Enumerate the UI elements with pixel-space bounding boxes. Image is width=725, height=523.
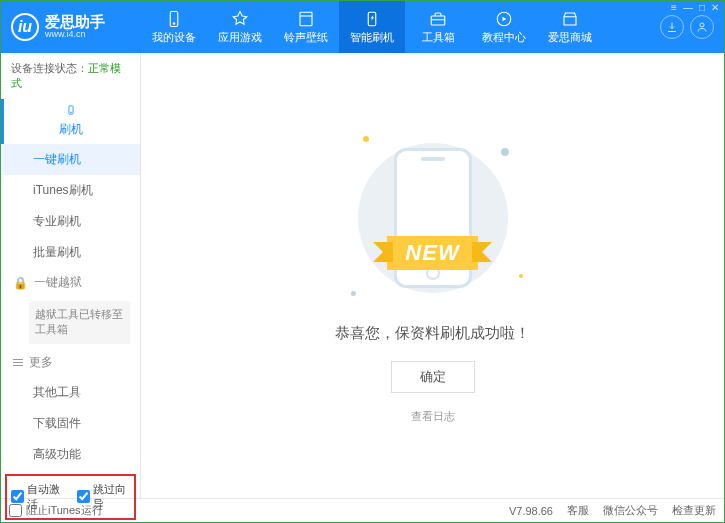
connection-status: 设备连接状态：正常模式 (1, 53, 140, 99)
sidebar-section-more[interactable]: 更多 (1, 348, 140, 377)
update-link[interactable]: 检查更新 (672, 503, 716, 518)
nav-apps[interactable]: 应用游戏 (207, 1, 273, 53)
sidebar-item-more-2[interactable]: 高级功能 (1, 439, 140, 470)
sidebar-item-flash-1[interactable]: iTunes刷机 (1, 175, 140, 206)
settings-icon[interactable]: ≡ (671, 2, 677, 13)
logo-icon: iu (11, 13, 39, 41)
toolbox-icon (429, 10, 447, 28)
main-content: NEW 恭喜您，保资料刷机成功啦！ 确定 查看日志 (141, 53, 724, 498)
window-controls: ≡ — □ ✕ (671, 2, 719, 13)
svg-point-6 (700, 23, 704, 27)
sidebar-section-jailbreak: 🔒 一键越狱 (1, 268, 140, 297)
svg-point-8 (70, 112, 71, 113)
jailbreak-note: 越狱工具已转移至工具箱 (29, 301, 130, 344)
app-logo: iu 爱思助手 www.i4.cn (1, 13, 141, 41)
sidebar-item-flash-3[interactable]: 批量刷机 (1, 237, 140, 268)
sidebar-item-flash-2[interactable]: 专业刷机 (1, 206, 140, 237)
titlebar: iu 爱思助手 www.i4.cn 我的设备应用游戏铃声壁纸智能刷机工具箱教程中… (1, 1, 724, 53)
view-log-link[interactable]: 查看日志 (411, 409, 455, 424)
block-itunes-checkbox[interactable]: 阻止iTunes运行 (9, 503, 103, 518)
account-button[interactable] (690, 15, 714, 39)
sidebar-item-more-0[interactable]: 其他工具 (1, 377, 140, 408)
apps-icon (231, 10, 249, 28)
phone-icon (66, 105, 76, 115)
app-url: www.i4.cn (45, 29, 105, 40)
sidebar: 设备连接状态：正常模式 刷机 一键刷机iTunes刷机专业刷机批量刷机 🔒 一键… (1, 53, 141, 498)
success-message: 恭喜您，保资料刷机成功啦！ (335, 324, 530, 343)
lock-icon: 🔒 (13, 276, 28, 290)
svg-rect-2 (300, 12, 312, 26)
nav-tutorial[interactable]: 教程中心 (471, 1, 537, 53)
device-icon (165, 10, 183, 28)
wechat-link[interactable]: 微信公众号 (603, 503, 658, 518)
new-ribbon: NEW (387, 236, 477, 270)
top-nav: 我的设备应用游戏铃声壁纸智能刷机工具箱教程中心爱思商城 (141, 1, 650, 53)
ok-button[interactable]: 确定 (391, 361, 475, 393)
nav-device[interactable]: 我的设备 (141, 1, 207, 53)
tutorial-icon (495, 10, 513, 28)
wallpaper-icon (297, 10, 315, 28)
app-name: 爱思助手 (45, 14, 105, 29)
nav-toolbox[interactable]: 工具箱 (405, 1, 471, 53)
version-label: V7.98.66 (509, 505, 553, 517)
sidebar-item-flash-0[interactable]: 一键刷机 (1, 144, 140, 175)
sidebar-item-more-1[interactable]: 下载固件 (1, 408, 140, 439)
svg-point-1 (173, 22, 175, 24)
minimize-icon[interactable]: — (683, 2, 693, 13)
download-button[interactable] (660, 15, 684, 39)
store-icon (561, 10, 579, 28)
sidebar-section-flash[interactable]: 刷机 (1, 99, 140, 144)
service-link[interactable]: 客服 (567, 503, 589, 518)
maximize-icon[interactable]: □ (699, 2, 705, 13)
flash-icon (363, 10, 381, 28)
hamburger-icon (13, 359, 23, 366)
success-illustration: NEW (333, 128, 533, 308)
nav-store[interactable]: 爱思商城 (537, 1, 603, 53)
svg-rect-4 (431, 16, 445, 25)
nav-wallpaper[interactable]: 铃声壁纸 (273, 1, 339, 53)
close-icon[interactable]: ✕ (711, 2, 719, 13)
nav-flash[interactable]: 智能刷机 (339, 1, 405, 53)
